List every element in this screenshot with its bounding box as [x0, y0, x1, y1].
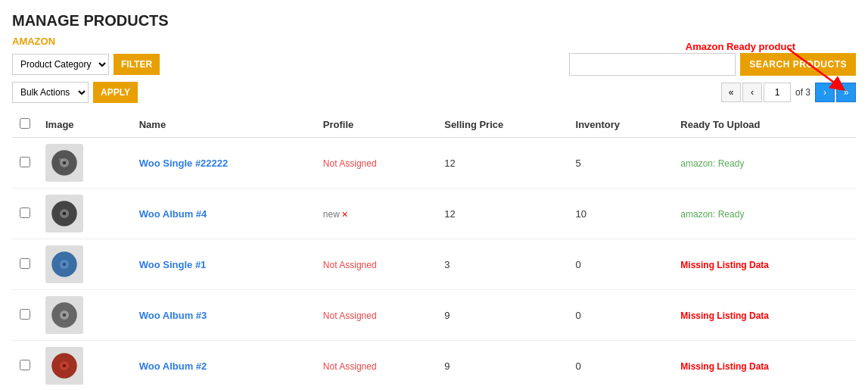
search-input[interactable]	[569, 53, 736, 76]
table-row: Woo Single #1Not Assigned30Missing Listi…	[12, 239, 856, 290]
product-image	[45, 296, 83, 334]
col-name: Name	[132, 112, 316, 138]
row-checkbox[interactable]	[20, 258, 30, 269]
selling-price: 3	[437, 239, 568, 290]
table-row: Woo Album #3Not Assigned90Missing Listin…	[12, 290, 856, 341]
product-image	[45, 195, 83, 232]
inventory: 0	[568, 341, 674, 391]
bulk-actions-dropdown[interactable]: Bulk Actions	[12, 82, 89, 103]
inventory: 5	[568, 138, 674, 189]
svg-line-0	[788, 48, 839, 86]
profile-not-assigned: Not Assigned	[323, 310, 377, 321]
selling-price: 9	[437, 290, 568, 341]
annotation-arrow	[780, 45, 848, 90]
product-name[interactable]: Woo Single #1	[139, 259, 207, 270]
missing-status: Missing Listing Data	[680, 361, 769, 372]
svg-point-13	[63, 314, 67, 317]
col-inventory: Inventory	[568, 112, 674, 138]
profile-not-assigned: Not Assigned	[323, 260, 377, 270]
product-name[interactable]: Woo Single #22222	[139, 158, 229, 169]
svg-point-7	[63, 212, 67, 216]
row-checkbox[interactable]	[20, 157, 30, 167]
annotation-text: Amazon Ready product	[686, 41, 795, 52]
table-row: NoWoo Single #22222Not Assigned125amazon…	[12, 138, 856, 189]
products-table: Image Name Profile Selling Price Invento…	[12, 112, 856, 390]
missing-status: Missing Listing Data	[680, 310, 769, 321]
profile-not-assigned: Not Assigned	[323, 158, 377, 169]
svg-point-10	[63, 263, 67, 267]
apply-button[interactable]: APPLY	[93, 82, 138, 103]
product-image	[45, 347, 83, 385]
profile-tag: new	[323, 209, 340, 220]
row-checkbox[interactable]	[20, 309, 30, 320]
product-image	[45, 245, 83, 283]
col-ready-to-upload: Ready To Upload	[673, 112, 856, 138]
inventory: 0	[568, 239, 674, 290]
table-row: Woo Album #2Not Assigned90Missing Listin…	[12, 341, 856, 391]
pagination-first[interactable]: «	[721, 83, 741, 102]
select-all-checkbox[interactable]	[20, 118, 30, 129]
profile-not-assigned: Not Assigned	[323, 361, 377, 372]
inventory: 0	[568, 290, 674, 341]
selling-price: 12	[437, 138, 568, 189]
ready-status: amazon: Ready	[680, 158, 744, 169]
category-dropdown[interactable]: Product Category	[12, 54, 109, 75]
pagination-prev[interactable]: ‹	[742, 83, 762, 102]
page-title: MANAGE PRODUCTS	[12, 12, 856, 30]
svg-text:No: No	[59, 158, 64, 162]
missing-status: Missing Listing Data	[680, 260, 769, 270]
table-row: Woo Album #4new✕1210amazon: Ready	[12, 189, 856, 239]
row-checkbox[interactable]	[20, 360, 30, 370]
profile-remove-icon[interactable]: ✕	[341, 210, 348, 219]
selling-price: 9	[437, 341, 568, 391]
product-name[interactable]: Woo Album #2	[139, 360, 207, 372]
col-image: Image	[38, 112, 132, 138]
product-name[interactable]: Woo Album #3	[139, 310, 207, 321]
product-name[interactable]: Woo Album #4	[139, 208, 207, 220]
col-selling-price: Selling Price	[437, 112, 568, 138]
selling-price: 12	[437, 189, 568, 239]
row-checkbox[interactable]	[20, 207, 30, 218]
product-image: No	[45, 144, 83, 182]
filter-button[interactable]: FILTER	[114, 54, 160, 75]
col-profile: Profile	[316, 112, 437, 138]
inventory: 10	[568, 189, 674, 239]
ready-status: amazon: Ready	[680, 209, 744, 220]
svg-point-16	[63, 364, 67, 368]
